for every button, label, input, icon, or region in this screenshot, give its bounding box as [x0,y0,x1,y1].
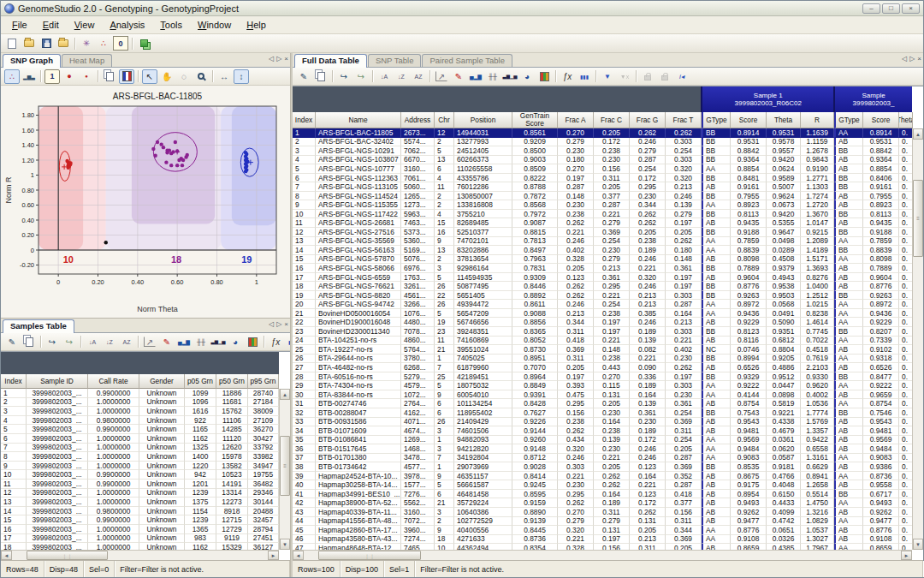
scroll-left-button[interactable]: ◄ [293,551,304,560]
full-data-row[interactable]: 2ARS-BFGL-BAC-324025574...2132779930.920… [293,138,912,147]
column-header-p05-grn[interactable]: p05 Grn [185,374,216,389]
full-data-row[interactable]: 7ARS-BFGL-NGS-1131055060...11760122860.8… [293,182,912,192]
samples-table-row[interactable]: 173999802003_...1.0000000Unknown98391192… [1,534,279,544]
scrollbar-thumb[interactable]: ⋮⋮ [318,551,421,560]
copy-table-icon[interactable] [21,335,37,349]
samples-table-row[interactable]: 33999802003_...1.0000000Unknown161615762… [1,407,279,416]
vertical-scrollbar[interactable]: ▲▼≡ [279,389,290,550]
scroll-up-button[interactable]: ▲ [280,389,290,400]
full-data-row[interactable]: 29BTA-74304-no-rs4579...5180750320.88490… [293,381,912,390]
samples-table-row[interactable]: 23999802003_...1.0000000Unknown109611681… [1,398,279,408]
full-data-row[interactable]: 34BTB-010716094674...3746015060.91440.26… [293,426,912,436]
menu-view[interactable]: View [67,18,103,32]
dock-left-icon[interactable]: ◁ [902,55,907,63]
full-data-row[interactable]: 17ARS-BFGL-NGS-65591763...51145949350.93… [293,273,912,283]
histogram-icon[interactable]: ▃▆▁▅ [210,335,226,349]
sort-alpha-icon[interactable]: AZ [411,69,426,84]
column-header-frac-g[interactable]: Frac G [630,112,666,128]
samples-table-row[interactable]: 63999802003_...1.0000000Unknown116211120… [1,434,279,444]
full-data-row[interactable]: 14ARS-BFGL-NGS-561635169...13832028860.8… [293,246,912,255]
autoscale-x-icon[interactable]: ↔ [216,69,232,84]
sort-ascending-icon[interactable]: ↓A [85,335,100,349]
full-data-row[interactable]: 9ARS-BFGL-NGS-1153551273...21338168080.8… [293,200,912,210]
dock-right-icon[interactable]: ▷ [276,55,281,63]
dock-left-icon[interactable]: ◁ [269,320,274,328]
full-data-row[interactable]: 27BTA-46482-no-rs6268...7618799600.70700… [293,363,912,372]
close-panel-icon[interactable]: × [284,320,288,328]
full-data-row[interactable]: 3ARS-BFGL-NGS-102917062...5245124050.850… [293,146,912,156]
samples-table-row[interactable]: 143999802003_...0.9800000Unknown11548918… [1,507,279,516]
full-data-row[interactable]: 11ARS-BFGL-NGS-266817463...15826894850.9… [293,218,912,228]
edit-table-icon[interactable]: ✎ [4,335,20,349]
column-header-position[interactable]: Position [454,112,512,128]
menu-file[interactable]: File [4,18,35,32]
full-data-row[interactable]: 45Hapmap42860-BTA-17...3960...9404005560… [293,526,912,535]
copy-plot-icon[interactable] [102,69,117,84]
line-plot-icon[interactable]: ↗ [144,337,156,347]
export-selection-icon[interactable]: ↪ [62,335,77,349]
project-wizard-icon[interactable]: ✳ [79,36,94,51]
tab-full-data-table[interactable]: Full Data Table [294,54,367,68]
info-export-icon[interactable]: i◂ [674,69,690,84]
marker-pen-icon[interactable]: ✎ [451,69,466,84]
samples-table-row[interactable]: 43999802003_...0.9800000Unknown922111062… [1,416,279,426]
column-header-name[interactable]: Name [316,112,401,128]
tab-samples-table[interactable]: Samples Table [3,319,74,333]
full-data-row[interactable]: 6ARS-BFGL-NGS-1123637061...4433557860.82… [293,174,912,183]
sort-descending-icon[interactable]: ↓Z [102,335,117,349]
samples-table-row[interactable]: 183999802003_...1.0000000Unknown11621532… [1,543,279,550]
full-data-row[interactable]: 42Hapmap38900-BTA-52...5562...2135729224… [293,498,912,508]
filter-icon[interactable]: ▼ [600,69,615,84]
open-folder-icon[interactable] [56,36,71,51]
full-data-row[interactable]: 32BTB-002880474162...61189554020.76270.1… [293,408,912,418]
full-data-row[interactable]: 44Hapmap41556-BTA-48...7072...2102772529… [293,517,912,527]
sort-alpha-icon[interactable]: AZ [119,335,134,349]
pie-chart-icon[interactable]: ◕ [228,335,243,349]
full-data-row[interactable]: 22BovineHD19000160484480...19567466560.8… [293,318,912,327]
heatmap-icon[interactable] [245,335,260,349]
scrollbar-thumb[interactable]: ⋮⋮ [27,551,108,560]
full-data-row[interactable]: 16ARS-BFGL-NGS-580666976...3929861640.78… [293,264,912,273]
zoom-icon[interactable] [193,69,209,84]
full-data-row[interactable]: 41Hapmap34991-BES10_...7276...6464814580… [293,490,912,499]
full-data-row[interactable]: 40Hapmap30258-BTA-14...1577...5566615870… [293,480,912,490]
column-header-call-rate[interactable]: Call Rate [88,374,139,389]
samples-table-row[interactable]: 73999802003_...1.0000000Unknown132512620… [1,444,279,453]
column-header-gender[interactable]: Gender [139,374,185,389]
full-data-row[interactable]: 38BTB-017346424577...1290739690.90280.30… [293,462,912,472]
horizontal-scrollbar[interactable]: ◄►⋮⋮ [1,550,279,560]
column-header-index[interactable]: Index [1,374,27,389]
samples-table-row[interactable]: 113999802003_...0.9900000Unknown12011419… [1,480,279,489]
menu-tools[interactable]: Tools [152,18,190,32]
bar-chart-icon[interactable]: ▅▂▇ [176,335,192,349]
tab-snp-table[interactable]: SNP Table [368,54,422,67]
full-data-row[interactable]: 8ARS-BFGL-NGS-1145241265...21308500070.7… [293,192,912,201]
function-icon[interactable]: ƒx [268,335,283,349]
column-header-gentrain-score[interactable]: GenTrain Score [512,112,558,128]
column-header-frac-t[interactable]: Frac T [666,112,702,128]
sort-ascending-icon[interactable]: ↓A [376,69,392,84]
samples-table-row[interactable]: 163999802003_...1.0000000Unknown13651272… [1,525,279,534]
scroll-down-button[interactable]: ▼ [280,539,290,550]
pie-chart-icon[interactable]: ◕ [519,69,535,84]
histogram-plot-icon[interactable]: ▂▆▃ [21,69,37,84]
large-marker-icon[interactable]: ● [62,69,77,84]
maximize-button[interactable]: □ [882,3,900,14]
full-data-row[interactable]: 30BTA-83844-no-rs1072...9600540100.93910… [293,390,912,400]
close-button[interactable]: × [902,3,920,14]
column-header-theta[interactable]: Theta [899,112,913,128]
tab-snp-graph[interactable]: SNP Graph [3,54,61,68]
column-header-gtype[interactable]: GType [834,112,863,128]
samples-table-row[interactable]: 93999802003_...1.0000000Unknown122013582… [1,462,279,471]
scroll-up-button[interactable]: ▲ [913,128,923,140]
full-data-row[interactable]: 20ARS-BFGL-NGS-947423266...26493944720.8… [293,300,912,309]
memory-usage-icon[interactable] [136,36,151,51]
copy-table-icon[interactable] [313,69,329,84]
full-data-row[interactable]: 10ARS-BFGL-NGS-1174225963...437552100.79… [293,210,912,219]
scatter-plot-icon[interactable]: ∴ [4,69,20,84]
scroll-down-button[interactable]: ▼ [913,539,923,550]
column-header-score[interactable]: Score [731,112,767,128]
column-header-p95-grn[interactable]: p95 Grn [248,374,279,389]
snp-scatter-chart[interactable]: ARS-BFGL-BAC-11805101819-0.2000.200.400.… [3,87,288,317]
menu-help[interactable]: Help [239,18,274,32]
